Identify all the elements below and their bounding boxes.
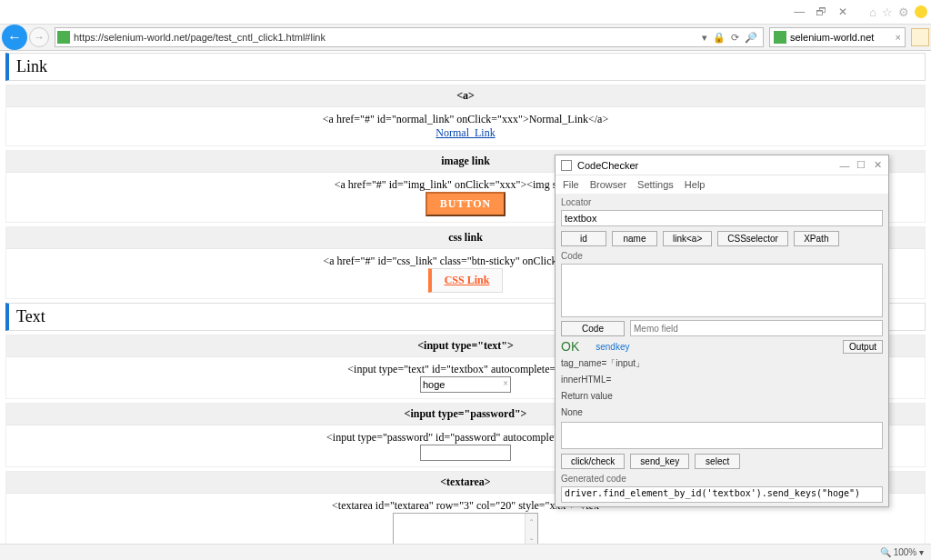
tab-favicon-icon	[774, 31, 786, 44]
cc-minimize-button[interactable]: —	[839, 160, 850, 171]
clear-input-icon[interactable]: ×	[503, 378, 508, 388]
close-button[interactable]: ✕	[836, 5, 849, 18]
cc-menu-help[interactable]: Help	[685, 179, 706, 190]
tab-close-icon[interactable]: ×	[896, 32, 901, 43]
cc-btn-css[interactable]: CSSselector	[717, 231, 788, 246]
cc-status-ok: OK	[561, 339, 579, 354]
cc-app-icon	[561, 160, 572, 171]
code-sample: <a href="#" id="normal_link" onClick="xx…	[12, 113, 919, 126]
codechecker-window[interactable]: CodeChecker — ☐ ✕ File Browser Settings …	[555, 155, 889, 507]
lock-icon: 🔒	[713, 32, 726, 44]
refresh-icon[interactable]: ⟳	[731, 32, 739, 44]
normal-link[interactable]: Normal_Link	[435, 126, 495, 139]
url-dropdown-icon[interactable]: ▾	[702, 32, 707, 44]
cc-locator-label: Locator	[561, 197, 883, 207]
status-bar: 🔍 100% ▾	[0, 544, 931, 560]
scroll-down-icon[interactable]: ˇ	[525, 533, 537, 544]
browser-toolbar: ← → https://selenium-world.net/page/test…	[0, 24, 931, 51]
cc-close-button[interactable]: ✕	[872, 159, 883, 171]
css-link[interactable]: CSS Link	[428, 268, 504, 293]
textarea-input[interactable]	[393, 513, 538, 544]
forward-button[interactable]: →	[29, 27, 49, 47]
back-button[interactable]: ←	[2, 25, 27, 50]
cc-maximize-button[interactable]: ☐	[856, 159, 866, 171]
textbox-input[interactable]	[420, 376, 511, 393]
image-link-button[interactable]: BUTTON	[425, 192, 506, 216]
cc-memo-input[interactable]	[630, 320, 883, 336]
cc-btn-id[interactable]: id	[561, 231, 606, 246]
cc-sendkey-label: sendkey	[596, 342, 629, 352]
cc-kv-tag: tag_name=「input」	[561, 356, 883, 370]
tab-title: selenium-world.net	[790, 32, 874, 43]
cc-btn-click[interactable]: click/check	[561, 454, 625, 469]
cc-btn-name[interactable]: name	[612, 231, 657, 246]
section-heading-link: Link	[5, 53, 926, 81]
cc-code-area[interactable]	[561, 264, 883, 317]
cc-body: Locator id name link<a> CSSselector XPat…	[556, 194, 888, 506]
cc-kv-inner: innerHTML=	[561, 373, 883, 386]
cc-btn-xpath[interactable]: XPath	[794, 231, 839, 246]
block-header: <a>	[6, 85, 925, 107]
cc-menubar: File Browser Settings Help	[556, 175, 888, 194]
cc-menu-browser[interactable]: Browser	[590, 179, 626, 190]
cc-locator-input[interactable]	[561, 210, 883, 226]
cc-btn-sendkey[interactable]: send_key	[630, 454, 689, 469]
home-icon[interactable]: ⌂	[869, 5, 876, 19]
os-titlebar: — 🗗 ✕ ⌂ ☆ ⚙	[0, 0, 931, 24]
cc-kv-return-label: Return value	[561, 389, 883, 403]
cc-generated-label: Generated code	[561, 474, 883, 484]
feedback-icon[interactable]	[915, 5, 927, 18]
cc-output-button[interactable]: Output	[843, 340, 883, 354]
zoom-indicator[interactable]: 🔍 100% ▾	[880, 547, 924, 557]
cc-return-area[interactable]	[561, 422, 883, 449]
cc-btn-link[interactable]: link<a>	[663, 231, 712, 246]
favorite-icon[interactable]: ☆	[882, 5, 893, 19]
cc-btn-select[interactable]: select	[695, 454, 740, 469]
address-bar[interactable]: https://selenium-world.net/page/test_cnt…	[55, 27, 764, 47]
settings-icon[interactable]: ⚙	[898, 5, 909, 19]
cc-generated-code[interactable]: driver.find_element_by_id('textbox').sen…	[561, 486, 883, 503]
restore-button[interactable]: 🗗	[815, 5, 827, 18]
cc-kv-return-value: None	[561, 405, 883, 419]
cc-titlebar[interactable]: CodeChecker — ☐ ✕	[556, 155, 888, 175]
block-anchor: <a> <a href="#" id="normal_link" onClick…	[5, 85, 926, 146]
cc-title-text: CodeChecker	[577, 160, 638, 171]
cc-menu-file[interactable]: File	[563, 179, 579, 190]
new-tab-button[interactable]	[911, 28, 929, 46]
cc-code-button[interactable]: Code	[561, 321, 625, 336]
cc-code-label: Code	[561, 251, 883, 261]
cc-menu-settings[interactable]: Settings	[637, 179, 674, 190]
password-input[interactable]	[420, 445, 511, 461]
site-favicon-icon	[57, 31, 70, 44]
toolbar-icons: ⌂ ☆ ⚙	[869, 5, 927, 19]
browser-tab[interactable]: selenium-world.net ×	[769, 27, 906, 47]
url-text[interactable]: https://selenium-world.net/page/test_cnt…	[74, 32, 698, 43]
search-icon[interactable]: 🔎	[745, 32, 757, 44]
minimize-button[interactable]: —	[793, 5, 806, 18]
scroll-up-icon[interactable]: ˆ	[525, 514, 537, 533]
